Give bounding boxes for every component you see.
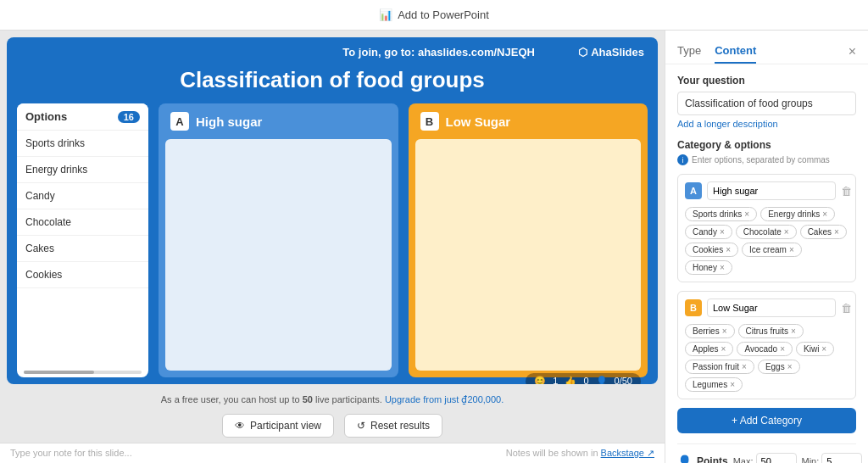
tag-x-icon[interactable]: × [722,326,727,336]
tag-legumes: Legumes × [685,377,743,392]
tag-x-icon[interactable]: × [791,326,796,336]
panel-tabs: Type Content [677,39,756,64]
reset-results-button[interactable]: ↺ Reset results [344,414,442,438]
points-label: Points [697,455,728,463]
cat-b-delete-button[interactable]: 🗑 [841,302,852,315]
scroll-indicator [24,371,142,374]
options-header: Options 16 [17,103,148,131]
tag-apples: Apples × [685,342,733,356]
tag-honey: Honey × [685,260,732,275]
slide-area: To join, go to: ahaslides.com/NJEQH ⬡ Ah… [0,31,665,463]
options-list: Sports drinks Energy drinks Candy Chocol… [17,131,148,367]
list-item[interactable]: Cookies [17,262,148,288]
tag-x-icon[interactable]: × [780,344,785,354]
close-icon[interactable]: × [849,44,856,59]
tag-passion-fruit: Passion fruit × [685,360,754,374]
category-b-header: B Low Sugar [409,103,648,139]
panel-header: Type Content × [665,31,868,64]
category-b-name: Low Sugar [446,114,511,129]
points-min-label: Min: [802,456,820,463]
tag-x-icon[interactable]: × [721,344,726,354]
cat-a-name-input[interactable] [707,181,836,200]
participant-view-button[interactable]: 👁 Participant view [222,414,334,438]
slide-container: To join, go to: ahaslides.com/NJEQH ⬡ Ah… [7,37,658,384]
tag-x-icon[interactable]: × [787,362,793,371]
emoji-icon: 😊 [534,376,546,385]
points-max-input[interactable] [756,453,797,463]
tag-x-icon[interactable]: × [784,227,789,237]
reset-results-icon: ↺ [357,420,365,432]
tag-x-icon[interactable]: × [821,344,826,354]
list-item[interactable]: Sports drinks [17,131,148,157]
tab-type[interactable]: Type [677,39,701,64]
points-inputs: Max: Min: [733,453,863,463]
logo-text: AhaSlides [591,46,644,59]
tag-x-icon[interactable]: × [822,209,827,219]
list-item[interactable]: Chocolate [17,209,148,236]
cat-a-badge: A [685,182,702,199]
cat-b-name-input[interactable] [707,298,836,317]
cat-a-delete-button[interactable]: 🗑 [841,185,852,198]
add-category-button[interactable]: + Add Category [677,408,856,433]
options-panel: Options 16 Sports drinks Energy drinks C… [17,103,148,377]
notes-placeholder[interactable]: Type your note for this slide... [10,448,132,459]
thumbs-count: 0 [583,376,588,384]
category-block-a: A 🗑 Sports drinks × Energy drinks × Cand… [677,174,856,282]
tag-eggs: Eggs × [758,360,800,374]
tab-content[interactable]: Content [715,39,756,64]
category-a-header: A High sugar [159,103,398,139]
tag-avocado: Avocado × [737,342,793,356]
category-b-letter: B [420,112,439,131]
tag-x-icon[interactable]: × [834,227,839,237]
participant-view-icon: 👁 [235,420,245,432]
add-description-link[interactable]: Add a longer description [677,119,778,129]
list-item[interactable]: Candy [17,183,148,209]
people-icon: 👤 [596,376,608,385]
top-bar: 📊 Add to PowerPoint [0,0,868,31]
category-col-b: B Low Sugar [409,103,648,377]
panel-body: Your question Add a longer description C… [665,64,868,463]
emoji-count: 1 [553,376,558,384]
question-input[interactable] [677,92,856,115]
options-count: 16 [118,111,140,123]
add-to-powerpoint-label: Add to PowerPoint [398,8,489,21]
tag-ice-cream: Ice cream × [742,243,802,257]
category-col-a: A High sugar [159,103,398,377]
tag-cakes: Cakes × [800,225,847,239]
tag-candy: Candy × [685,225,732,239]
main-layout: To join, go to: ahaslides.com/NJEQH ⬡ Ah… [0,31,868,463]
right-panel: Type Content × Your question Add a longe… [665,31,868,463]
tag-x-icon[interactable]: × [720,227,725,237]
category-block-b: B 🗑 Berries × Citrus fruits × Apples × A… [677,291,856,399]
tag-x-icon[interactable]: × [742,362,747,371]
category-a-letter: A [170,112,189,131]
tag-berries: Berries × [685,324,735,338]
people-count: 0/50 [615,376,632,384]
participant-view-label: Participant view [250,420,321,432]
points-section: 👤 Points Max: Min: [677,443,856,463]
tag-x-icon[interactable]: × [789,245,794,254]
upgrade-link[interactable]: Upgrade from just ₫200,000. [385,394,504,404]
tag-x-icon[interactable]: × [730,380,735,389]
cat-options-hint: i Enter options, separated by commas [677,154,856,165]
category-a-body[interactable] [165,139,392,371]
bottom-controls: 👁 Participant view ↺ Reset results [0,409,665,443]
cat-b-badge: B [685,299,702,316]
tag-x-icon[interactable]: × [720,263,725,272]
list-item[interactable]: Energy drinks [17,157,148,183]
join-text: To join, go to: ahaslides.com/NJEQH [299,46,578,59]
cat-a-tags: Sports drinks × Energy drinks × Candy × … [685,207,849,275]
backstage-link[interactable]: Backstage ↗ [601,448,654,458]
options-label: Options [25,110,67,123]
list-item[interactable]: Cakes [17,236,148,262]
reset-results-label: Reset results [370,420,430,432]
cat-b-tags: Berries × Citrus fruits × Apples × Avoca… [685,324,849,392]
cat-a-block-header: A 🗑 [685,181,849,200]
points-min-input[interactable] [821,453,862,463]
notes-suffix: Notes will be shown in Backstage ↗ [506,448,654,459]
tag-x-icon[interactable]: × [744,209,749,219]
tag-x-icon[interactable]: × [726,245,731,254]
cat-options-label: Category & options [677,139,856,151]
tag-chocolate: Chocolate × [736,225,797,239]
category-b-body[interactable] [415,139,642,371]
